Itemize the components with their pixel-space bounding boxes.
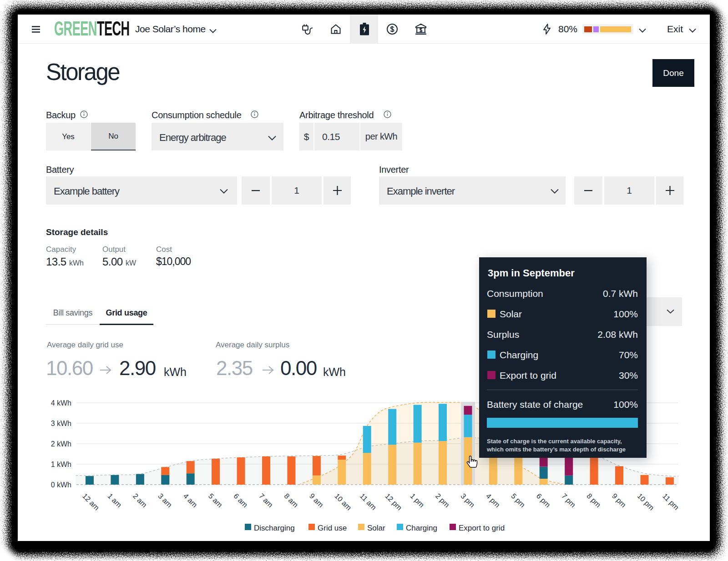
svg-text:10 am: 10 am	[333, 492, 353, 511]
svg-text:Export to grid: Export to grid	[459, 524, 505, 532]
svg-text:Charging: Charging	[406, 524, 437, 532]
svg-text:9 am: 9 am	[308, 492, 325, 509]
svg-text:3 am: 3 am	[157, 492, 173, 509]
svg-text:2 pm: 2 pm	[434, 492, 451, 509]
svg-text:1 am: 1 am	[106, 492, 123, 509]
svg-text:11 am: 11 am	[359, 492, 378, 511]
svg-text:12 pm: 12 pm	[384, 492, 403, 511]
svg-text:12 am: 12 am	[81, 492, 101, 511]
svg-text:Solar: Solar	[367, 524, 385, 532]
svg-text:2 am: 2 am	[131, 492, 148, 509]
svg-text:8 pm: 8 pm	[585, 492, 602, 509]
svg-text:6 pm: 6 pm	[535, 492, 552, 509]
svg-text:11 pm: 11 pm	[661, 492, 681, 511]
svg-text:7 pm: 7 pm	[560, 492, 577, 509]
svg-text:0 kWh: 0 kWh	[51, 481, 71, 489]
svg-text:8 am: 8 am	[283, 492, 299, 509]
svg-text:5 am: 5 am	[207, 492, 224, 509]
svg-text:1 pm: 1 pm	[409, 492, 425, 509]
svg-text:4 kWh: 4 kWh	[51, 399, 71, 407]
svg-text:3 kWh: 3 kWh	[51, 420, 71, 427]
svg-text:Discharging: Discharging	[254, 524, 295, 532]
svg-text:1 kWh: 1 kWh	[51, 461, 71, 468]
svg-text:5 pm: 5 pm	[510, 492, 526, 509]
svg-text:10 pm: 10 pm	[636, 492, 655, 511]
svg-text:7 am: 7 am	[258, 492, 274, 509]
svg-text:6 am: 6 am	[232, 492, 249, 509]
svg-text:3 pm: 3 pm	[459, 492, 476, 509]
svg-text:4 pm: 4 pm	[485, 492, 501, 509]
svg-text:4 am: 4 am	[182, 492, 199, 509]
svg-text:9 pm: 9 pm	[611, 492, 627, 509]
svg-text:2 kWh: 2 kWh	[51, 440, 71, 448]
svg-text:Grid use: Grid use	[318, 524, 347, 532]
